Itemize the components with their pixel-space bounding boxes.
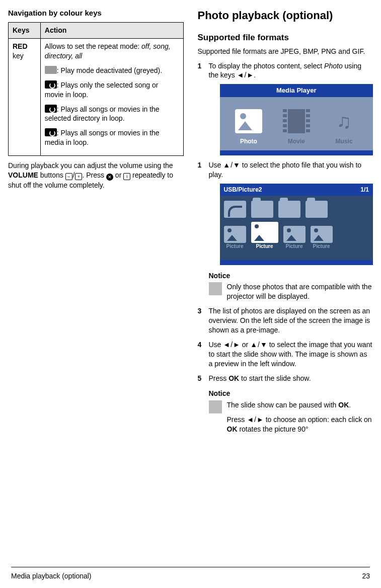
step-4: Press OK to start the slide show. Notice… xyxy=(198,374,373,439)
usb-pic-1: Picture xyxy=(224,226,246,250)
repeat-off-icon xyxy=(45,66,57,74)
picture-icon xyxy=(283,226,306,243)
movie-icon xyxy=(283,109,310,133)
steps-list: To display the photos content, select Ph… xyxy=(198,61,373,439)
nav-colour-heading: Navigation by colour keys xyxy=(8,8,184,18)
th-action: Action xyxy=(40,23,183,39)
notice-1: Only those photos that are compatible wi… xyxy=(209,282,373,301)
notice-label: Notice xyxy=(209,271,373,281)
footer-page: 23 xyxy=(362,571,370,581)
volume-paragraph: During playback you can adjust the volum… xyxy=(8,161,184,190)
picture-icon xyxy=(311,226,333,243)
th-keys: Keys xyxy=(9,23,41,39)
usb-pic-selected: Picture xyxy=(251,222,278,250)
usb-pic-4: Picture xyxy=(311,226,333,250)
picture-icon xyxy=(251,222,278,243)
notice-2: The slide show can be paused with OK. Pr… xyxy=(209,400,373,439)
step-1b: Use ▲/▼ to select the photo file that yo… xyxy=(198,160,373,301)
red-key-action: Allows to set the repeat mode: off, song… xyxy=(40,39,183,156)
footer-section: Media playback (optional) xyxy=(11,571,92,581)
vol-down-icon: – xyxy=(65,173,72,180)
picture-icon xyxy=(224,226,246,243)
usb-path: USB/Picture2 xyxy=(224,186,262,194)
vol-up-icon: + xyxy=(75,173,82,180)
notice-icon xyxy=(209,400,222,413)
red-key-cell: RED key xyxy=(9,39,41,156)
back-icon xyxy=(224,201,246,218)
usb-back xyxy=(224,201,246,218)
usb-count: 1/1 xyxy=(360,186,369,194)
usb-folder-3 xyxy=(306,201,328,218)
supported-formats-heading: Supported file formats xyxy=(198,32,373,44)
colour-keys-table: Keys Action RED key Allows to set the re… xyxy=(8,22,184,156)
page-footer: Media playback (optional) 23 xyxy=(11,567,370,581)
music-icon xyxy=(331,109,358,133)
info-icon: i xyxy=(123,173,130,180)
photo-icon xyxy=(235,109,262,133)
folder-icon xyxy=(306,201,328,218)
folder-icon xyxy=(278,201,300,218)
supported-formats-text: Supported file formats are JPEG, BMP, PN… xyxy=(198,47,373,56)
step-1: To display the photos content, select Ph… xyxy=(198,61,373,156)
mp-photo-item: Photo xyxy=(235,109,262,145)
media-player-screenshot: Media Player Photo Movie Music xyxy=(220,84,373,155)
notice-icon xyxy=(209,282,222,295)
notice-label-2: Notice xyxy=(209,389,373,398)
repeat-dir-icon xyxy=(45,105,57,113)
mp-music-item: Music xyxy=(331,109,358,145)
step-2: The list of photos are displayed on the … xyxy=(198,306,373,335)
photo-playback-heading: Photo playback (optional) xyxy=(198,8,373,23)
usb-folder-2 xyxy=(278,201,300,218)
folder-icon xyxy=(251,201,273,218)
mp-title: Media Player xyxy=(220,84,373,97)
mute-icon: ✕ xyxy=(106,174,113,181)
mp-movie-item: Movie xyxy=(283,109,310,145)
usb-browser-screenshot: USB/Picture2 1/1 Picture Picture xyxy=(220,184,373,265)
step-3: Use ◄/► or ▲/▼ to select the image that … xyxy=(198,340,373,369)
repeat-all-icon xyxy=(45,128,57,136)
usb-pic-3: Picture xyxy=(283,226,306,250)
usb-folder-1 xyxy=(251,201,273,218)
repeat-one-icon xyxy=(45,80,57,89)
